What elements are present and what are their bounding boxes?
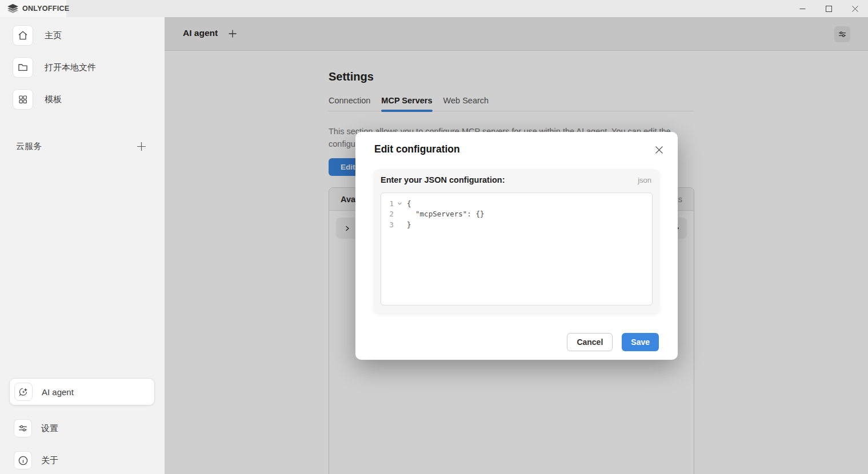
sidebar-item-templates[interactable]: 模板: [0, 89, 165, 110]
sidebar-item-label: 模板: [45, 94, 62, 105]
cancel-button[interactable]: Cancel: [567, 333, 613, 351]
json-config-panel: Enter your JSON configuration: json 1 { …: [374, 169, 659, 314]
maximize-icon: [826, 6, 832, 12]
window-controls: [789, 0, 868, 17]
fold-chevron-icon[interactable]: [395, 201, 404, 206]
modal-footer: Cancel Save: [567, 333, 659, 351]
sidebar-item-label: 打开本地文件: [45, 62, 96, 73]
app-window: ONLYOFFICE: [0, 0, 868, 474]
modal-title: Edit configuration: [374, 143, 460, 155]
minimize-icon: [799, 6, 806, 12]
sidebar-item-ai-agent[interactable]: AI agent: [9, 378, 155, 405]
save-button[interactable]: Save: [622, 333, 659, 351]
sidebar-item-settings[interactable]: 设置: [9, 415, 155, 442]
close-window-button[interactable]: [842, 0, 868, 17]
sidebar-item-open-local-file[interactable]: 打开本地文件: [0, 57, 165, 78]
sidebar-item-about[interactable]: 关于: [9, 447, 155, 474]
language-badge: json: [638, 176, 651, 184]
sidebar-item-label: 关于: [41, 455, 58, 466]
close-icon: [852, 6, 858, 12]
ai-agent-icon: [14, 383, 33, 401]
add-cloud-service-button[interactable]: [135, 140, 147, 152]
sidebar-item-label: 设置: [41, 423, 58, 434]
minimize-button[interactable]: [789, 0, 815, 17]
maximize-button[interactable]: [815, 0, 842, 17]
modal-close-button[interactable]: [651, 142, 666, 157]
code-line: 3 }: [381, 219, 652, 230]
templates-grid-icon: [13, 89, 33, 110]
onlyoffice-logo-icon: [7, 4, 18, 14]
edit-configuration-modal: Edit configuration Enter your JSON confi…: [355, 132, 678, 360]
sidebar-item-label: 主页: [45, 30, 62, 41]
info-icon: [14, 451, 32, 469]
code-line: 1 {: [381, 198, 652, 209]
code-line: 2 "mcpServers": {}: [381, 209, 652, 220]
json-editor[interactable]: 1 { 2 "mcpServers": {} 3 }: [381, 192, 653, 306]
close-icon: [655, 146, 663, 154]
panel-header: Enter your JSON configuration: json: [374, 169, 659, 184]
home-icon: [13, 25, 33, 46]
settings-sliders-icon: [14, 419, 32, 437]
cloud-services-label: 云服务: [16, 141, 42, 152]
cloud-services-section: 云服务: [0, 135, 165, 157]
sidebar-item-home[interactable]: 主页: [0, 25, 165, 46]
sidebar: 主页 打开本地文件 模板 云服务: [0, 17, 165, 474]
titlebar: ONLYOFFICE: [0, 0, 868, 17]
app-title: ONLYOFFICE: [22, 5, 69, 13]
sidebar-item-label: AI agent: [42, 387, 74, 397]
folder-icon: [13, 57, 33, 78]
editor-label: Enter your JSON configuration:: [381, 175, 505, 184]
plus-icon: [137, 142, 146, 151]
app-logo: ONLYOFFICE: [0, 0, 66, 17]
